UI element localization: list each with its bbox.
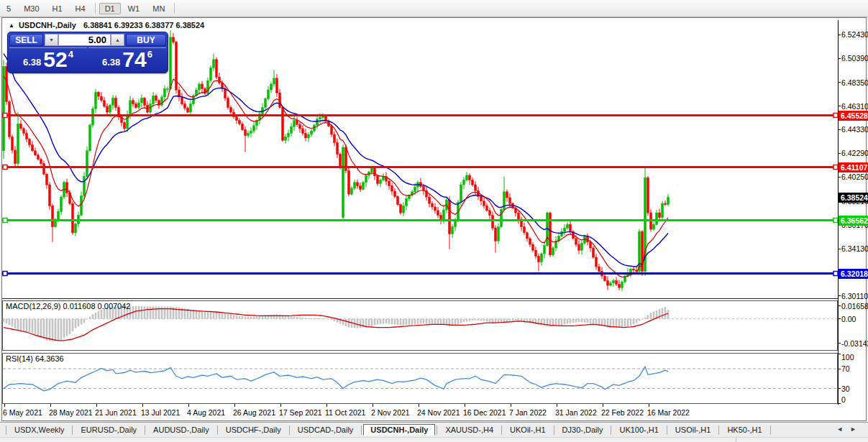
candle-body: [89, 125, 91, 151]
macd-histogram-bar: [383, 319, 385, 324]
macd-histogram-bar: [250, 316, 252, 318]
candle-body: [331, 126, 333, 134]
axis-tick: [838, 295, 841, 296]
candle-body: [590, 242, 592, 248]
macd-histogram-bar: [512, 319, 514, 321]
candle-body: [380, 180, 382, 184]
buy-price-display[interactable]: 6.38 74 6: [88, 47, 166, 71]
candle-body: [440, 215, 442, 220]
timeframe-button-d1[interactable]: D1: [99, 3, 121, 14]
axis-tick: [838, 177, 841, 178]
candle-body: [618, 284, 621, 287]
macd-histogram-bar: [3, 319, 5, 322]
candle-body: [311, 131, 313, 134]
chart-tab-hk50[interactable]: HK50-,H1: [721, 424, 768, 436]
macd-histogram-bar: [75, 319, 77, 328]
macd-histogram-bar: [328, 319, 330, 320]
chart-tab-usdcad[interactable]: USDCAD-,Daily: [291, 424, 360, 436]
volume-increase-button[interactable]: ▲: [111, 34, 124, 46]
macd-histogram-bar: [650, 313, 652, 319]
macd-histogram-bar: [20, 319, 22, 331]
candle-body: [498, 227, 500, 241]
timeframe-button-mn[interactable]: MN: [147, 3, 170, 14]
timeframe-button-h1[interactable]: H1: [47, 3, 68, 14]
chart-tab-audusd[interactable]: AUDUSD-,Daily: [147, 424, 216, 436]
macd-histogram-bar: [253, 316, 255, 318]
candle-body: [81, 196, 83, 216]
chart-tab-eurusd[interactable]: EURUSD-,Daily: [74, 424, 143, 436]
macd-histogram-bar: [150, 306, 152, 318]
volume-decrease-button[interactable]: ▼: [45, 34, 58, 46]
candle-body: [581, 243, 583, 250]
macd-histogram-bar: [236, 316, 238, 319]
rsi-axis-label: 30: [841, 385, 850, 393]
rsi-axis-label: 100: [841, 353, 854, 362]
buy-button[interactable]: BUY: [126, 34, 166, 46]
candle-body: [49, 185, 51, 206]
candle-body: [101, 96, 103, 101]
candle-body: [104, 101, 106, 106]
macd-histogram-bar: [400, 319, 402, 326]
rsi-line: [4, 367, 668, 391]
macd-histogram-bar: [492, 319, 494, 323]
chart-tab-ukoil[interactable]: UKOil-,H1: [503, 424, 552, 436]
timeframe-button-m30[interactable]: M30: [18, 3, 45, 14]
chart-collapse-icon[interactable]: ▲: [9, 22, 14, 29]
timeframe-button-h4[interactable]: H4: [70, 3, 91, 14]
candle-body: [564, 228, 566, 231]
timeframe-button-w1[interactable]: W1: [122, 3, 146, 14]
tab-scroll-left-button[interactable]: ◄: [836, 425, 850, 433]
macd-histogram-bar: [662, 308, 664, 319]
candle-body: [242, 124, 244, 129]
candle-body: [224, 89, 227, 98]
price-axis-label: 6.30110: [841, 292, 868, 300]
candle-body: [486, 206, 488, 211]
candle-body: [308, 134, 310, 138]
sell-button[interactable]: SELL: [9, 34, 43, 46]
one-click-trading-panel: SELL ▼ 5.00 ▲ BUY 6.38 52 4 6.38 74 6: [7, 32, 168, 73]
price-axis-label: 6.34130: [841, 244, 868, 253]
sell-price-display[interactable]: 6.38 52 4: [9, 47, 87, 71]
chart-tab-uk100[interactable]: UK100-,H1: [613, 424, 664, 436]
macd-histogram-bar: [403, 319, 405, 326]
chart-tab-usdx[interactable]: USDX,Weekly: [8, 424, 70, 436]
macd-histogram-bar: [23, 319, 25, 331]
candle-body: [460, 185, 462, 202]
chart-tab-usdchf[interactable]: USDCHF-,Daily: [219, 424, 288, 436]
tab-separator: [361, 425, 362, 435]
date-tick: [50, 404, 51, 407]
macd-histogram-bar: [659, 309, 661, 319]
candle-body: [170, 37, 172, 89]
macd-histogram-bar: [178, 308, 181, 319]
candle-body: [167, 89, 169, 90]
chart-tab-dj30[interactable]: DJ30-,Daily: [556, 424, 610, 436]
macd-histogram-bar: [152, 306, 155, 318]
macd-axis-label: 0.016586: [841, 302, 868, 310]
macd-histogram-bar: [664, 307, 667, 319]
date-tick: [96, 404, 97, 407]
macd-histogram-bar: [639, 319, 641, 321]
candle-body: [492, 215, 494, 228]
candle-body: [351, 188, 353, 194]
timeframe-button-5[interactable]: 5: [1, 3, 17, 14]
candle-body: [475, 185, 477, 190]
candle-body: [247, 133, 250, 135]
candle-body: [175, 42, 178, 90]
chart-tab-usoil[interactable]: USOil-,H1: [669, 424, 718, 436]
chart-tab-xauusd[interactable]: XAUUSD-,H4: [439, 424, 500, 436]
candle-body: [593, 248, 595, 257]
rsi-label: RSI(14) 64.3636: [6, 354, 64, 363]
macd-histogram-bar: [374, 319, 376, 326]
macd-histogram-bar: [190, 310, 192, 319]
price-axis-label: 6.48350: [841, 78, 868, 87]
rsi-axis-label: 70: [841, 364, 850, 373]
date-axis-label: 21 Jun 2021: [95, 408, 137, 417]
tab-scroll-right-button[interactable]: ►: [850, 425, 864, 433]
date-axis-label: 28 May 2021: [49, 408, 93, 417]
chart-tab-usdcnh[interactable]: USDCNH-,Daily: [363, 424, 435, 436]
date-axis-label: 16 Dec 2021: [463, 408, 506, 417]
volume-input[interactable]: 5.00: [58, 34, 111, 46]
candle-body: [472, 180, 474, 185]
macd-histogram-bar: [567, 319, 569, 324]
candle-body: [285, 137, 287, 140]
